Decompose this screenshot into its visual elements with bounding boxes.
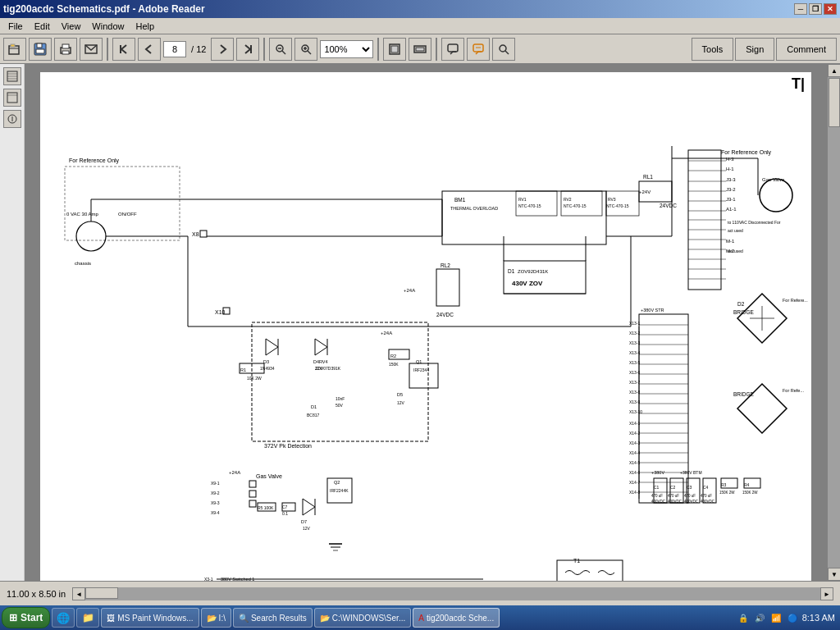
panel-btn-3[interactable]	[3, 110, 21, 128]
svg-text:RL2: RL2	[441, 262, 450, 268]
svg-text:C3: C3	[687, 485, 692, 490]
last-page-button[interactable]	[236, 38, 259, 61]
fit-width-button[interactable]	[409, 38, 431, 61]
scroll-thumb[interactable]	[829, 78, 840, 127]
svg-rect-4	[36, 49, 44, 53]
svg-text:For Reference Only: For Reference Only	[69, 158, 120, 164]
scroll-up-arrow[interactable]: ▲	[828, 64, 840, 77]
svg-text:Gas Valve: Gas Valve	[256, 473, 282, 479]
panel-btn-2[interactable]	[3, 89, 21, 107]
svg-text:X9-1: X9-1	[211, 481, 220, 486]
separator-1	[107, 38, 108, 61]
svg-text:150K 2W: 150K 2W	[742, 491, 758, 495]
scroll-track[interactable]	[828, 77, 840, 568]
svg-text:H-3: H-3	[726, 157, 734, 162]
svg-text:150K: 150K	[389, 362, 399, 367]
folder-icon: 📁	[82, 612, 94, 623]
taskbar-folder-icon[interactable]: 📁	[76, 608, 99, 628]
svg-text:150K 2W: 150K 2W	[719, 491, 735, 495]
markup-tool[interactable]	[467, 38, 490, 61]
svg-text:24VDC: 24VDC	[660, 203, 677, 208]
toolbar: / 12 100% 50% 75% 125% 150% 200%	[0, 34, 840, 64]
left-panel	[0, 64, 25, 581]
scroll-right-arrow[interactable]: ►	[820, 587, 833, 600]
svg-text:12V: 12V	[303, 526, 311, 531]
svg-text:X13-2: X13-2	[629, 331, 641, 336]
next-page-button[interactable]	[211, 38, 234, 61]
svg-text:D2: D2	[737, 301, 745, 307]
taskbar-explorer[interactable]: 📂 I:\	[201, 608, 231, 628]
svg-rect-21	[416, 48, 424, 51]
h-scroll-thumb[interactable]	[85, 587, 118, 599]
zoom-tool[interactable]	[492, 38, 515, 61]
search-icon: 🔍	[239, 614, 249, 623]
sign-button[interactable]: Sign	[735, 38, 774, 61]
separator-3	[377, 38, 379, 61]
prev-page-button[interactable]	[138, 38, 161, 61]
svg-text:0.1: 0.1	[282, 511, 288, 516]
svg-text:THERMAL OVERLOAD: THERMAL OVERLOAD	[450, 206, 498, 211]
taskbar-windows[interactable]: 📂 C:\WINDOWS\Ser...	[314, 608, 411, 628]
restore-button[interactable]: ❐	[809, 3, 822, 15]
open-button[interactable]	[3, 38, 26, 61]
menu-window[interactable]: Window	[87, 20, 129, 33]
h-scroll-track[interactable]	[85, 587, 820, 600]
zoom-in-button[interactable]	[294, 38, 317, 61]
svg-text:400VDC: 400VDC	[651, 500, 666, 504]
comment-tool[interactable]	[441, 38, 464, 61]
fit-page-button[interactable]	[383, 38, 406, 61]
zoom-out-button[interactable]	[269, 38, 292, 61]
taskbar-mspaint[interactable]: 🖼 MS Paint Windows...	[101, 608, 199, 628]
start-label: Start	[21, 612, 43, 623]
svg-text:Gas Valve: Gas Valve	[762, 177, 785, 182]
svg-text:RV2: RV2	[564, 197, 572, 202]
svg-text:J3-3: J3-3	[726, 177, 736, 182]
first-page-button[interactable]	[112, 38, 135, 61]
svg-rect-7	[62, 51, 69, 54]
menu-file[interactable]: File	[3, 20, 28, 33]
menu-edit[interactable]: Edit	[30, 20, 55, 33]
save-button[interactable]	[29, 38, 52, 61]
svg-text:400VDC: 400VDC	[684, 500, 699, 504]
svg-text:For Refe...: For Refe...	[783, 388, 804, 393]
status-bar: 11.00 x 8.50 in ◄ ►	[0, 581, 840, 605]
svg-text:12V: 12V	[397, 400, 405, 405]
app-title: tig200acdc Schematics.pdf - Adobe Reader	[3, 3, 205, 15]
svg-text:A1-1: A1-1	[726, 207, 737, 212]
mspaint-label: MS Paint Windows...	[117, 614, 193, 623]
scroll-down-arrow[interactable]: ▼	[828, 568, 840, 581]
windows-label: C:\WINDOWS\Ser...	[332, 614, 405, 623]
menu-view[interactable]: View	[57, 20, 86, 33]
svg-text:+24A: +24A	[229, 470, 240, 475]
tray-icon-2: 🔊	[753, 611, 766, 624]
svg-text:X14-4: X14-4	[629, 450, 641, 455]
minimize-button[interactable]: ─	[794, 3, 807, 15]
text-cursor-icon: T|	[792, 75, 805, 93]
close-button[interactable]: ✕	[824, 3, 837, 15]
pdf-viewer[interactable]: T| For Reference Only 0 VAC 30 Amp ON/OF…	[25, 64, 827, 581]
svg-text:X13-3: X13-3	[629, 340, 641, 345]
email-button[interactable]	[80, 38, 103, 61]
svg-text:NTC-470-15: NTC-470-15	[518, 203, 541, 208]
svg-text:X9-4: X9-4	[211, 510, 220, 515]
svg-text:X8: X8	[192, 231, 199, 237]
title-bar-controls: ─ ❐ ✕	[794, 3, 837, 15]
menu-help[interactable]: Help	[130, 20, 159, 33]
tools-button[interactable]: Tools	[692, 38, 734, 61]
svg-text:NTC-470-15: NTC-470-15	[606, 203, 629, 208]
svg-text:ZOV07D391K: ZOV07D391K	[315, 366, 341, 371]
panel-btn-1[interactable]	[3, 67, 21, 85]
horizontal-scrollbar: ◄ ►	[72, 587, 833, 600]
print-button[interactable]	[54, 38, 77, 61]
comment-button[interactable]: Comment	[776, 38, 837, 61]
taskbar-adobe[interactable]: A tig200acdc Sche...	[413, 608, 500, 628]
svg-rect-22	[448, 44, 458, 52]
taskbar-ie-icon[interactable]: 🌐	[52, 608, 75, 628]
title-bar: tig200acdc Schematics.pdf - Adobe Reader…	[0, 0, 840, 18]
taskbar-search[interactable]: 🔍 Search Results	[233, 608, 313, 628]
start-button[interactable]: ⊞ Start	[2, 607, 50, 628]
scroll-left-arrow[interactable]: ◄	[72, 587, 85, 600]
page-number-input[interactable]	[163, 41, 186, 57]
zoom-select[interactable]: 100% 50% 75% 125% 150% 200%	[320, 40, 373, 58]
svg-text:24VDC: 24VDC	[436, 312, 454, 317]
